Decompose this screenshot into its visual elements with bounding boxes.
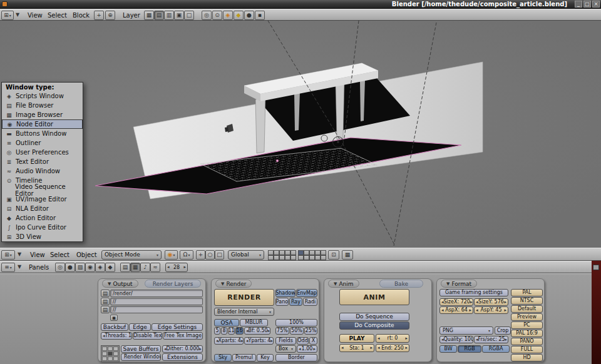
- dither-field[interactable]: Dither: 0.000: [162, 345, 203, 353]
- pano-toggle[interactable]: Pano: [275, 298, 289, 306]
- menu-item-ipo-curve-editor[interactable]: ∫Ipo Curve Editor: [2, 223, 83, 232]
- layer-cell[interactable]: [274, 250, 279, 255]
- layer-cell[interactable]: [315, 250, 321, 255]
- placement-cell[interactable]: [113, 356, 118, 361]
- edge-settings-button[interactable]: Edge Settings: [152, 323, 203, 331]
- crop-toggle[interactable]: Crop: [495, 326, 511, 335]
- placement-cell-active[interactable]: [108, 351, 113, 356]
- menu-item-outliner[interactable]: ≡Outliner: [2, 138, 83, 148]
- render-window-placement-grid[interactable]: [101, 345, 120, 362]
- osa-16-toggle-active[interactable]: 16: [235, 327, 244, 335]
- filter-size-field[interactable]: 1.00: [297, 345, 317, 353]
- mblur-toggle[interactable]: MBLUR: [240, 319, 268, 326]
- format-panel-tab[interactable]: ▼Format: [441, 280, 477, 288]
- preset-preview-button[interactable]: Preview: [511, 313, 543, 321]
- minimize-button[interactable]: _: [575, 1, 582, 8]
- placement-cell[interactable]: [108, 356, 113, 361]
- menu-item-audio-window[interactable]: ≈Audio Window: [2, 166, 83, 176]
- menu-block[interactable]: Block: [73, 12, 90, 19]
- menu-item-action-editor[interactable]: ◆Action Editor: [2, 213, 83, 223]
- layer-cell[interactable]: [309, 255, 315, 260]
- layer-cell[interactable]: [290, 255, 296, 260]
- size-y-field[interactable]: SizeY: 576: [474, 298, 508, 306]
- lock-camera-button[interactable]: ⊡: [328, 250, 339, 260]
- menu-item-buttons-window[interactable]: ▬Buttons Window: [2, 129, 83, 138]
- manipulator-translate-toggle[interactable]: +: [196, 250, 205, 260]
- viewport-editor-type-button[interactable]: ⊞▾: [1, 250, 15, 260]
- size-x-field[interactable]: SizeX: 720: [439, 298, 473, 306]
- size-100-button[interactable]: 100%: [275, 319, 317, 326]
- odd-toggle[interactable]: Odd: [297, 337, 309, 345]
- do-composite-toggle-active[interactable]: Do Composite: [339, 321, 409, 330]
- bf-field[interactable]: Bf: 0.50: [244, 327, 270, 335]
- fields-x-toggle[interactable]: X: [309, 337, 317, 345]
- osa-11-toggle[interactable]: 11: [228, 327, 235, 335]
- viewport-collapse-button[interactable]: ▼: [18, 252, 21, 257]
- output-panel-tab[interactable]: ▼Output: [102, 280, 138, 288]
- close-button[interactable]: ×: [592, 1, 600, 8]
- layer-cell[interactable]: [309, 250, 315, 255]
- shading-button[interactable]: ●: [244, 11, 254, 20]
- menu-item-user-preferences[interactable]: ◎User Preferences: [2, 148, 83, 157]
- context-logic-button[interactable]: ▤: [120, 263, 130, 272]
- layer-cell[interactable]: [274, 255, 279, 260]
- osa-5-toggle[interactable]: 5: [214, 327, 220, 335]
- menu-item-image-browser[interactable]: ▦Image Browser: [2, 110, 83, 119]
- render-panel-tab[interactable]: ▼Render: [215, 280, 252, 288]
- free-tex-image-toggle[interactable]: Free Tex Image: [163, 332, 203, 340]
- context-scene-button[interactable]: ▦: [130, 263, 140, 272]
- placement-cell[interactable]: [102, 356, 107, 361]
- preset-pal169-button[interactable]: PAL 16:9: [511, 330, 543, 337]
- threads-field[interactable]: Threads: 1: [101, 332, 132, 340]
- render-button[interactable]: RENDER: [214, 289, 274, 306]
- rgb-toggle-active[interactable]: RGB: [458, 345, 481, 353]
- viewport-menu-view[interactable]: View: [30, 251, 45, 258]
- file-format-dropdown[interactable]: PNG▾: [439, 326, 493, 335]
- layer-buttons-group-1[interactable]: [268, 250, 296, 260]
- osa-8-toggle[interactable]: 8: [221, 327, 227, 335]
- layer-cell[interactable]: [279, 250, 285, 255]
- layer-toggle-5[interactable]: □: [184, 11, 194, 20]
- context-world-button[interactable]: ◈: [95, 263, 105, 272]
- layer-cell[interactable]: [279, 255, 285, 260]
- preset-ntsc-button[interactable]: NTSC: [511, 297, 543, 305]
- manipulator-rotate-toggle[interactable]: ○: [205, 250, 215, 260]
- placement-cell[interactable]: [102, 351, 107, 356]
- anim-panel-tab[interactable]: ▼Anim: [328, 280, 359, 288]
- preset-pano-button[interactable]: PANO: [511, 338, 543, 345]
- shadow-toggle[interactable]: Shadow: [275, 289, 295, 297]
- pan-view-button[interactable]: +: [94, 11, 104, 20]
- edge-toggle[interactable]: Edge: [129, 323, 151, 331]
- border-toggle[interactable]: Border: [275, 354, 317, 361]
- header-collapse-button[interactable]: ▼: [16, 13, 19, 18]
- context-object-button[interactable]: ◆: [105, 263, 115, 272]
- menu-view[interactable]: View: [28, 12, 43, 19]
- layer-cell[interactable]: [321, 250, 326, 255]
- pivot-dropdown[interactable]: Ω▾: [180, 250, 193, 260]
- context-radiosity-button[interactable]: ◉: [85, 263, 95, 272]
- output-path1-browse-button[interactable]: ▤: [101, 290, 110, 297]
- buttons-editor-type-button[interactable]: ≡▾: [1, 263, 15, 272]
- zoom-view-button[interactable]: ⊕: [105, 11, 115, 20]
- layer-toggle-4[interactable]: ▣: [174, 11, 184, 20]
- yparts-field[interactable]: Yparts: 4: [244, 337, 274, 345]
- rt-field[interactable]: rt: 0: [376, 334, 409, 343]
- placement-cell[interactable]: [113, 346, 118, 351]
- render-engine-dropdown[interactable]: Blender Internal▾: [214, 308, 274, 316]
- window-menu-icon[interactable]: [2, 1, 8, 7]
- key-toggle[interactable]: Key: [257, 354, 274, 361]
- context-material-button[interactable]: ●: [65, 263, 75, 272]
- layer-toggle-1[interactable]: ▦: [144, 11, 154, 20]
- game-framing-settings-button[interactable]: Game framing settings: [439, 289, 508, 296]
- layer-cell[interactable]: [304, 255, 309, 260]
- envmap-toggle[interactable]: EnvMap: [296, 289, 317, 297]
- context-texture-button[interactable]: ▨: [75, 263, 85, 272]
- size-75-button[interactable]: 75%: [275, 327, 289, 335]
- buttons-window-area[interactable]: ▼Output Render Layers ▤ /render/ ▤ // ▤ …: [0, 273, 592, 364]
- sky-toggle[interactable]: Sky: [214, 354, 232, 361]
- preset-full-button[interactable]: FULL: [511, 346, 543, 353]
- asp-y-field[interactable]: AspY: 45: [474, 306, 508, 314]
- preset-hd-button[interactable]: HD: [511, 354, 543, 361]
- ray-toggle[interactable]: Ray: [289, 298, 302, 306]
- menu-item-video-sequence-editor[interactable]: Video Sequence Editor: [2, 185, 83, 195]
